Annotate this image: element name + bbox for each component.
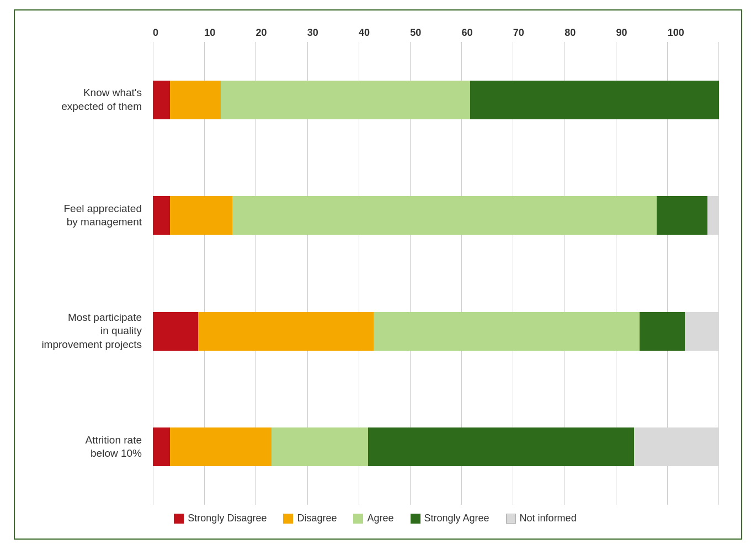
bar-label: Attrition ratebelow 10% — [26, 434, 153, 461]
chart-container: 0102030405060708090100 Know what'sexpect… — [14, 9, 742, 540]
x-axis-label: 60 — [462, 27, 513, 39]
bar-row: Attrition ratebelow 10% — [26, 389, 725, 505]
bar-segment-strongly_agree — [470, 81, 719, 119]
legend-swatch-strongly_agree — [411, 514, 420, 524]
legend: Strongly DisagreeDisagreeAgreeStrongly A… — [26, 513, 725, 527]
legend-swatch-disagree — [283, 514, 293, 524]
bar-segment-disagree — [198, 312, 374, 351]
legend-item-disagree: Disagree — [283, 513, 337, 524]
bar-segment-not_informed — [685, 312, 719, 351]
x-axis: 0102030405060708090100 — [153, 27, 719, 39]
legend-swatch-strongly_disagree — [174, 514, 184, 524]
bar-row: Feel appreciatedby management — [26, 158, 725, 274]
bar-row: Know what'sexpected of them — [26, 42, 725, 158]
bar-wrapper — [153, 196, 719, 235]
bar-segment-strongly_disagree — [153, 81, 170, 119]
chart-area: 0102030405060708090100 Know what'sexpect… — [26, 27, 725, 505]
bars-section: Know what'sexpected of themFeel apprecia… — [26, 42, 725, 505]
bar-segment-agree — [374, 312, 640, 351]
bars-container: Know what'sexpected of themFeel apprecia… — [26, 42, 725, 505]
bar-segment-not_informed — [634, 427, 719, 466]
legend-swatch-agree — [353, 514, 363, 524]
x-axis-label: 20 — [256, 27, 307, 39]
x-axis-label: 0 — [153, 27, 204, 39]
bar-label: Know what'sexpected of them — [26, 86, 153, 113]
bar-segment-strongly_agree — [657, 196, 707, 235]
bar-segment-strongly_disagree — [153, 427, 170, 466]
legend-item-strongly_agree: Strongly Agree — [411, 513, 489, 524]
bar-segment-strongly_agree — [368, 427, 634, 466]
x-axis-label: 40 — [359, 27, 410, 39]
bar-wrapper — [153, 81, 719, 119]
bar-segment-disagree — [170, 196, 232, 235]
legend-swatch-not_informed — [506, 514, 516, 524]
bar-segment-strongly_disagree — [153, 196, 170, 235]
bar-label: Feel appreciatedby management — [26, 202, 153, 229]
bar-label: Most participatein qualityimprovement pr… — [26, 311, 153, 352]
legend-item-strongly_disagree: Strongly Disagree — [174, 513, 267, 524]
legend-item-agree: Agree — [353, 513, 393, 524]
x-axis-label: 100 — [668, 27, 719, 39]
legend-label-not_informed: Not informed — [520, 513, 577, 524]
legend-label-disagree: Disagree — [297, 513, 337, 524]
bar-wrapper — [153, 312, 719, 351]
x-axis-label: 80 — [565, 27, 616, 39]
x-axis-label: 30 — [307, 27, 359, 39]
legend-label-strongly_disagree: Strongly Disagree — [188, 513, 267, 524]
legend-label-agree: Agree — [367, 513, 393, 524]
bar-segment-agree — [232, 196, 657, 235]
x-axis-label: 50 — [410, 27, 461, 39]
bar-segment-agree — [271, 427, 368, 466]
bar-segment-not_informed — [707, 196, 719, 235]
bar-row: Most participatein qualityimprovement pr… — [26, 273, 725, 389]
bar-wrapper — [153, 427, 719, 466]
bar-segment-agree — [221, 81, 470, 119]
legend-item-not_informed: Not informed — [506, 513, 577, 524]
bar-segment-strongly_disagree — [153, 312, 198, 351]
bar-segment-strongly_agree — [640, 312, 685, 351]
bar-segment-disagree — [170, 427, 272, 466]
legend-label-strongly_agree: Strongly Agree — [424, 513, 489, 524]
x-axis-label: 10 — [204, 27, 255, 39]
x-axis-label: 90 — [616, 27, 667, 39]
x-axis-label: 70 — [513, 27, 565, 39]
bar-segment-disagree — [170, 81, 221, 119]
